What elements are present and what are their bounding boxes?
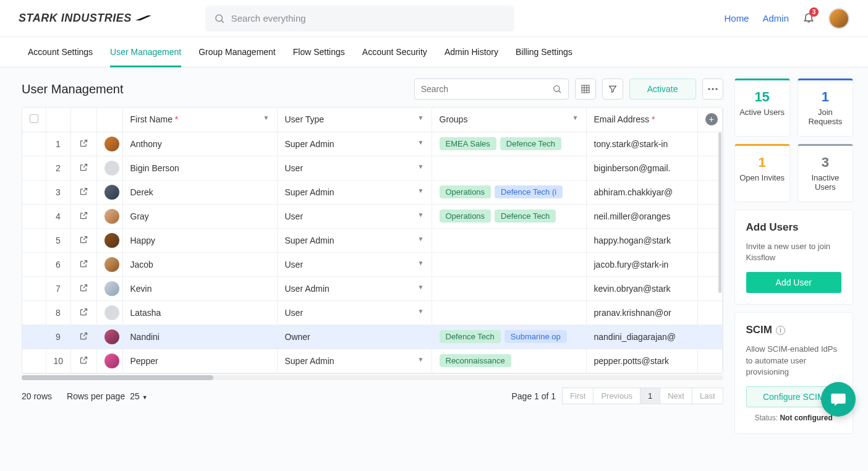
table-row[interactable]: 10PepperSuper Admin▼Reconnaissancepepper… [22,349,722,373]
cell-email: kevin.obryan@stark [586,276,697,300]
tab-billing-settings[interactable]: Billing Settings [516,37,572,67]
open-in-new-icon[interactable] [79,308,88,318]
page-last-button[interactable]: Last [692,388,723,404]
group-chip[interactable]: Defence Tech [500,137,561,150]
cell-email: pepper.potts@stark [586,349,697,373]
cell-user-type[interactable]: Owner [277,325,432,349]
global-search[interactable] [205,6,514,32]
open-in-new-icon[interactable] [79,236,88,246]
cell-user-type[interactable]: Super Admin▼ [277,180,432,204]
col-email[interactable]: Email Address * [586,108,697,132]
table-row[interactable]: 6JacobUser▼jacob.fury@stark-in [22,252,722,276]
open-in-new-icon[interactable] [79,212,88,222]
table-row[interactable]: 4GrayUser▼OperationsDefence Techneil.mil… [22,204,722,228]
open-in-new-icon[interactable] [79,333,88,342]
count-first-name: Count: 20 [122,373,277,373]
tab-account-security[interactable]: Account Security [362,37,427,67]
page-next-button[interactable]: Next [660,388,692,404]
group-chip[interactable]: Defence Tech (i [495,185,563,198]
tab-flow-settings[interactable]: Flow Settings [293,37,345,67]
table-row[interactable]: 7KevinUser Admin▼kevin.obryan@stark [22,276,722,300]
chevron-down-icon[interactable]: ▼ [418,356,424,363]
chevron-down-icon[interactable]: ▼ [418,139,424,146]
nav-admin[interactable]: Admin [762,13,789,23]
col-groups[interactable]: Groups▼ [432,108,586,132]
chevron-down-icon[interactable]: ▼ [418,308,424,315]
svg-point-2 [553,86,559,91]
svg-line-3 [559,91,561,93]
chevron-down-icon[interactable]: ▼ [418,163,424,170]
cell-user-type[interactable]: User▼ [277,252,432,276]
notifications-button[interactable]: 3 [802,11,815,25]
cell-user-type[interactable]: User Admin▼ [277,276,432,300]
info-icon[interactable]: i [776,326,785,335]
stat-card-active-users[interactable]: 15Active Users [734,78,790,137]
horizontal-scrollbar[interactable] [22,375,723,380]
more-options-button[interactable] [702,78,723,100]
user-avatar[interactable] [828,8,849,29]
group-chip[interactable]: EMEA Sales [440,137,496,150]
cell-email: happy.hogan@stark [586,228,697,252]
cell-user-type[interactable]: Super Admin▼ [277,132,432,156]
col-first-name[interactable]: First Name *▼ [122,108,277,132]
group-chip[interactable]: Operations [440,210,491,223]
page-prev-button[interactable]: Previous [594,388,640,404]
chat-launcher-button[interactable] [821,382,856,417]
add-users-desc: Invite a new user to join Kissflow [746,241,842,263]
table-row[interactable]: 2Bigin BersonUser▼biginberson@gmail. [22,156,722,180]
page-first-button[interactable]: First [562,388,594,404]
column-settings-button[interactable] [575,78,596,100]
global-search-input[interactable] [231,13,506,23]
cell-user-type[interactable]: Super Admin▼ [277,228,432,252]
open-in-new-icon[interactable] [79,164,88,174]
col-user-type[interactable]: User Type▼ [277,108,432,132]
group-chip[interactable]: Defence Tech [495,210,556,223]
nav-home[interactable]: Home [724,13,749,23]
group-chip[interactable]: Defence Tech [440,330,501,343]
select-all-checkbox[interactable] [30,114,38,123]
group-chip[interactable]: Reconnaissance [440,354,511,367]
cell-user-type[interactable]: Super Admin▼ [277,349,432,373]
chevron-down-icon[interactable]: ▼ [418,187,424,194]
page-number-button[interactable]: 1 [640,388,660,404]
open-in-new-icon[interactable] [79,140,88,150]
add-user-button[interactable]: Add User [746,272,842,293]
open-in-new-icon[interactable] [79,357,88,367]
stat-label: Join Requests [802,108,849,126]
open-in-new-icon[interactable] [79,284,88,294]
chevron-down-icon[interactable]: ▼ [418,284,424,291]
chevron-down-icon[interactable]: ▼ [418,236,424,242]
chevron-down-icon[interactable]: ▼ [418,260,424,266]
cell-user-type[interactable]: User▼ [277,204,432,228]
open-in-new-icon[interactable] [79,188,88,198]
table-search-input[interactable] [421,84,552,94]
table-row[interactable]: 8LatashaUser▼pranav.krishnan@or [22,300,722,325]
tab-group-management[interactable]: Group Management [198,37,276,67]
chevron-down-icon[interactable]: ▼ [418,211,424,218]
cell-user-type[interactable]: User▼ [277,300,432,325]
vertical-scrollbar[interactable] [718,132,721,293]
table-row[interactable]: 9NandiniOwnerDefence TechSubmarine opnan… [22,325,722,349]
stat-card-join-requests[interactable]: 1Join Requests [798,78,853,137]
stat-card-open-invites[interactable]: 1Open Invites [734,144,790,202]
tab-user-management[interactable]: User Management [110,37,181,67]
cell-groups: EMEA SalesDefence Tech [432,132,586,156]
group-chip[interactable]: Submarine op [504,330,567,343]
cell-email: abhiram.chakkiyar@ [586,180,697,204]
add-column-button[interactable]: + [705,113,718,125]
table-search[interactable] [414,78,569,100]
svg-point-10 [712,88,713,90]
group-chip[interactable]: Operations [440,185,491,198]
filter-button[interactable] [602,78,623,100]
cell-user-type[interactable]: User▼ [277,156,432,180]
stat-card-inactive-users[interactable]: 3Inactive Users [798,144,853,202]
tab-account-settings[interactable]: Account Settings [28,37,93,67]
table-row[interactable]: 5HappySuper Admin▼happy.hogan@stark [22,228,722,252]
open-in-new-icon[interactable] [79,260,88,270]
activate-button[interactable]: Activate [629,78,696,100]
table-row[interactable]: 3DerekSuper Admin▼OperationsDefence Tech… [22,180,722,204]
tab-admin-history[interactable]: Admin History [445,37,498,67]
svg-point-9 [708,88,710,90]
rows-per-page-select[interactable]: 25 ▼ [130,391,147,401]
table-row[interactable]: 1AnthonySuper Admin▼EMEA SalesDefence Te… [22,132,722,156]
